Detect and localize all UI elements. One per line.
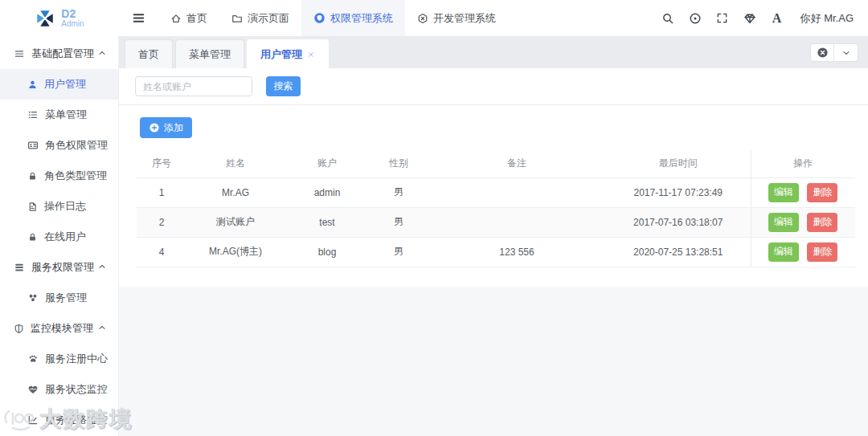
nav-item-1[interactable]: 演示页面 — [219, 0, 301, 36]
d2-admin-logo-icon — [35, 8, 55, 29]
delete-button[interactable]: 删除 — [807, 213, 837, 232]
logo-title: D2 — [61, 8, 84, 20]
tabs: 首页 菜单管理 用户管理 — [125, 39, 331, 68]
fullscreen-button[interactable] — [712, 0, 733, 36]
target-button[interactable] — [685, 0, 706, 36]
tab-label: 首页 — [138, 47, 159, 62]
tab-2[interactable]: 用户管理 — [247, 39, 329, 68]
sidebar-item-label: 服务链路监控 — [45, 413, 108, 427]
tab-label: 用户管理 — [260, 47, 302, 62]
cell-remark: 123 556 — [428, 237, 606, 267]
add-button[interactable]: 添加 — [140, 117, 192, 138]
content-panel: 搜索 添加 序号姓名账户性别备注最后时间操作 — [119, 68, 868, 287]
table-column-header: 序号 — [137, 150, 186, 177]
sidebar-item-3[interactable]: 角色权限管理 — [0, 130, 118, 161]
sidebar-item-12[interactable]: 服务链路监控 — [0, 405, 118, 435]
paw-icon — [27, 353, 39, 365]
home-icon — [170, 13, 182, 24]
cell-time: 2017-07-16 03:18:07 — [606, 207, 751, 237]
sidebar-item-label: 用户管理 — [44, 77, 86, 92]
header-actions: A — [657, 0, 796, 36]
cell-gender: 男 — [370, 177, 428, 207]
header-spacer — [508, 0, 657, 36]
cell-name: 测试账户 — [186, 207, 285, 237]
nav-item-label: 开发管理系统 — [433, 11, 496, 26]
tab-label: 菜单管理 — [189, 47, 231, 62]
main-area: 首页 菜单管理 用户管理 — [119, 36, 868, 436]
hamburger-menu-icon[interactable] — [119, 0, 158, 36]
sidebar: 基础配置管理 用户管理 菜单管理 角色权限管理 角色类型管理 — [0, 36, 119, 436]
sidebar-item-8[interactable]: 服务管理 — [0, 283, 118, 313]
table-column-header: 最后时间 — [606, 150, 751, 177]
table-column-header: 姓名 — [186, 150, 285, 177]
search-input[interactable] — [135, 76, 252, 96]
cluster-icon — [27, 292, 39, 304]
app-body: 基础配置管理 用户管理 菜单管理 角色权限管理 角色类型管理 — [0, 36, 868, 436]
nav-item-label: 演示页面 — [248, 11, 289, 26]
table-column-header: 账户 — [285, 150, 370, 177]
edit-button[interactable]: 编辑 — [768, 242, 799, 262]
add-button-label: 添加 — [164, 121, 183, 135]
sidebar-item-label: 角色类型管理 — [44, 169, 107, 183]
table-row: 4Mr.AG(博主)blog男123 5562020-07-25 13:28:5… — [137, 237, 855, 267]
font-size-button[interactable]: A — [767, 0, 788, 36]
sidebar-item-2[interactable]: 菜单管理 — [0, 100, 118, 130]
user-icon — [27, 79, 38, 90]
search-button[interactable]: 搜索 — [266, 76, 301, 96]
document-icon — [27, 202, 38, 212]
sidebar-group-label: 监控模块管理 — [31, 321, 93, 336]
cell-remark — [428, 177, 606, 207]
logo-text: D2 Admin — [61, 8, 84, 28]
sidebar-group-0[interactable]: 基础配置管理 — [0, 39, 118, 69]
tab-1[interactable]: 菜单管理 — [175, 39, 244, 68]
cell-name: Mr.AG — [186, 177, 285, 207]
sidebar-item-11[interactable]: 服务状态监控 — [0, 374, 118, 405]
sidebar-item-label: 服务管理 — [45, 291, 87, 305]
user-greeting[interactable]: 你好 Mr.AG — [796, 0, 868, 36]
cell-no: 2 — [137, 207, 186, 237]
lock-icon — [27, 232, 38, 242]
chevron-down-icon — [841, 48, 851, 58]
sidebar-item-label: 菜单管理 — [45, 108, 87, 122]
cell-actions: 编辑 删除 — [751, 237, 855, 267]
sidebar-item-1[interactable]: 用户管理 — [0, 69, 118, 100]
cell-remark — [428, 207, 606, 237]
nav-item-3[interactable]: 开发管理系统 — [405, 0, 508, 36]
cell-gender: 男 — [370, 237, 428, 267]
delete-button[interactable]: 删除 — [807, 242, 837, 262]
sidebar-item-5[interactable]: 操作日志 — [0, 191, 118, 222]
chart-line-icon — [27, 414, 39, 426]
sidebar-group-9[interactable]: 监控模块管理 — [0, 313, 118, 344]
sidebar-group-label: 服务权限管理 — [31, 260, 94, 275]
close-circle-icon — [817, 47, 829, 59]
logo: D2 Admin — [0, 0, 119, 36]
cell-time: 2017-11-17 07:23:49 — [606, 177, 751, 207]
target-icon — [689, 12, 702, 25]
app-root: D2 Admin 首页 演示页面 权限管理系统 开发管理系统 A 你好 Mr.A… — [0, 0, 868, 436]
sidebar-item-label: 服务状态监控 — [45, 382, 108, 397]
nav-item-label: 权限管理系统 — [330, 11, 393, 26]
font-size-icon: A — [772, 11, 782, 26]
tab-controls — [810, 43, 858, 62]
nav-item-0[interactable]: 首页 — [158, 0, 219, 36]
sidebar-item-6[interactable]: 在线用户 — [0, 222, 118, 252]
gem-button[interactable] — [739, 0, 760, 36]
sidebar-item-4[interactable]: 角色类型管理 — [0, 161, 118, 191]
search-button[interactable] — [657, 0, 678, 36]
tab-options-dropdown[interactable] — [834, 44, 858, 61]
edit-button[interactable]: 编辑 — [768, 213, 799, 232]
edit-button[interactable]: 编辑 — [768, 183, 799, 202]
sidebar-group-7[interactable]: 服务权限管理 — [0, 252, 118, 283]
table-column-header: 备注 — [428, 150, 606, 177]
table-header-row: 序号姓名账户性别备注最后时间操作 — [137, 150, 855, 177]
cell-actions: 编辑 删除 — [751, 207, 855, 237]
delete-button[interactable]: 删除 — [807, 183, 837, 202]
nav-item-2[interactable]: 权限管理系统 — [301, 0, 405, 36]
close-all-tabs-button[interactable] — [811, 44, 834, 61]
tab-0[interactable]: 首页 — [125, 39, 173, 68]
tab-close-button[interactable] — [307, 51, 315, 59]
stack-icon — [14, 262, 25, 273]
menu-list-icon — [27, 109, 39, 120]
sidebar-item-10[interactable]: 服务注册中心 — [0, 344, 118, 374]
tab-bar: 首页 菜单管理 用户管理 — [119, 36, 868, 68]
